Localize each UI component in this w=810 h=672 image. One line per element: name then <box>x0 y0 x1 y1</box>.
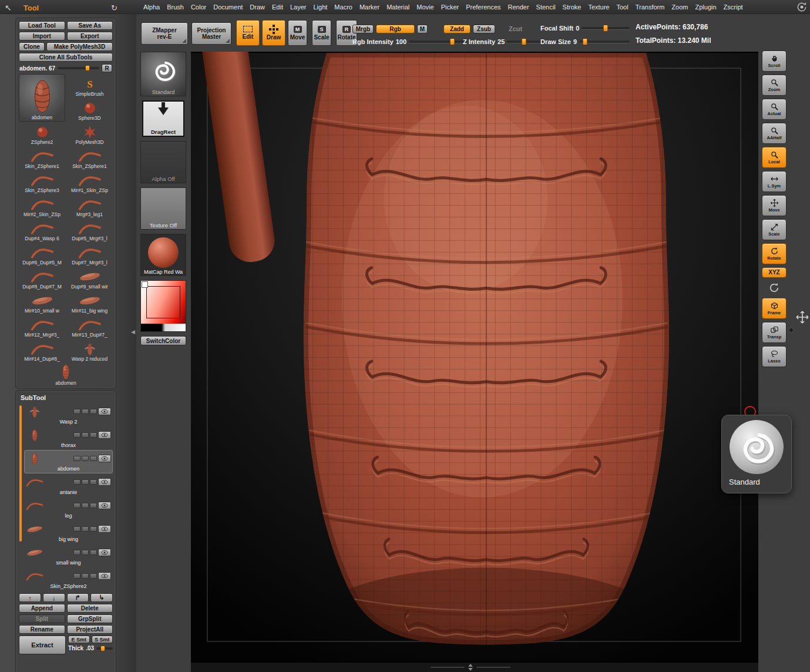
tool-thumbnail[interactable]: PolyMesh3D <box>66 122 113 146</box>
right-shelf-button[interactable] <box>762 281 787 295</box>
active-tool-handle[interactable] <box>85 65 90 71</box>
clone-all-subtools-button[interactable]: Clone All SubTools <box>19 53 113 62</box>
eye-icon[interactable] <box>98 431 111 439</box>
subtool-mini-button[interactable] <box>82 432 89 438</box>
tool-thumbnail[interactable]: Wasp 2 reduced <box>66 339 113 362</box>
right-shelf-button[interactable]: Lasso <box>762 346 787 367</box>
subtool-mini-buttons[interactable] <box>73 479 97 485</box>
tool-thumbnail[interactable]: ZSphere2 <box>19 122 65 146</box>
split-button[interactable]: Split <box>19 614 65 623</box>
menu-item[interactable]: Transform <box>632 2 668 12</box>
subtool-mini-button[interactable] <box>82 409 89 414</box>
menu-item[interactable]: Draw <box>246 2 268 12</box>
menu-item[interactable]: Brush <box>163 2 187 12</box>
append-button[interactable]: Append <box>19 604 65 613</box>
right-shelf-button[interactable]: Scroll <box>762 51 787 72</box>
focal-shift-track[interactable] <box>582 27 630 29</box>
subtool-mini-button[interactable] <box>73 573 80 579</box>
zcut-button[interactable]: Zcut <box>509 25 522 32</box>
tool-thumbnail[interactable]: Dup#7_Mrg#3_l <box>66 243 113 266</box>
subtool-mini-buttons[interactable] <box>73 432 97 438</box>
thick-track[interactable] <box>96 647 113 650</box>
subtool-item[interactable]: thorax <box>24 426 113 450</box>
eye-icon[interactable] <box>98 572 111 580</box>
subtool-item[interactable]: antanie <box>24 473 113 497</box>
menu-item[interactable]: Tool <box>613 2 631 12</box>
save-as-button[interactable]: Save As <box>67 21 113 30</box>
tool-thumbnail[interactable]: Mir#14_Dup#8_ <box>19 339 65 362</box>
tool-thumbnail[interactable]: Sphere3D <box>66 98 113 122</box>
subtool-mini-buttons[interactable] <box>73 503 97 508</box>
subtool-mini-buttons[interactable] <box>73 409 97 414</box>
menu-item[interactable]: Color <box>187 2 210 12</box>
projection-master-button[interactable]: Projection Master <box>191 22 231 45</box>
subtool-mini-buttons[interactable] <box>73 456 97 461</box>
eye-icon[interactable] <box>98 408 111 415</box>
right-shelf-button[interactable]: Zoom <box>762 75 787 96</box>
menu-item[interactable]: Stencil <box>533 2 559 12</box>
move-down-button[interactable]: ↓ <box>43 593 65 602</box>
right-shelf-button[interactable]: Local <box>762 147 787 168</box>
tool-thumbnail[interactable]: Mir#2_Skin_ZSp <box>19 194 65 218</box>
subtool-mini-button[interactable] <box>73 432 80 438</box>
draw-button[interactable]: Draw <box>262 20 285 46</box>
menu-item[interactable]: Macro <box>331 2 356 12</box>
menu-item[interactable]: Preferences <box>462 2 504 12</box>
subtool-scroll-indicator[interactable] <box>19 405 22 542</box>
dock-move-gizmo-icon[interactable] <box>795 310 809 324</box>
subtool-mini-buttons[interactable] <box>73 526 97 532</box>
draw-size-slider[interactable]: Draw Size 9 <box>540 37 630 46</box>
subtool-mini-button[interactable] <box>90 409 97 414</box>
current-stroke-widget[interactable]: DragRect <box>142 100 184 137</box>
subtool-mini-button[interactable] <box>90 456 97 461</box>
dock-handle-icon[interactable] <box>788 327 794 333</box>
menu-item[interactable]: Zoom <box>668 2 691 12</box>
current-brush-widget[interactable]: Standard <box>140 52 186 96</box>
subtool-item[interactable]: abdomen <box>24 450 113 473</box>
subtool-mini-button[interactable] <box>82 479 89 485</box>
subtool-mini-button[interactable] <box>90 550 97 555</box>
thick-handle[interactable] <box>100 646 105 651</box>
menu-item[interactable]: Material <box>383 2 413 12</box>
subtool-mini-buttons[interactable] <box>73 550 97 555</box>
subtool-mini-button[interactable] <box>82 526 89 532</box>
subtool-mini-button[interactable] <box>82 456 89 461</box>
subtool-mini-button[interactable] <box>90 479 97 485</box>
right-shelf-button[interactable]: L.Sym <box>762 171 787 192</box>
rgb-button[interactable]: Rgb <box>376 25 415 33</box>
focal-shift-slider[interactable]: Focal Shift 0 <box>540 23 630 32</box>
make-polymesh3d-button[interactable]: Make PolyMesh3D <box>46 42 113 51</box>
subtool-item[interactable]: small wing <box>24 544 113 567</box>
subtool-mini-button[interactable] <box>90 503 97 508</box>
menu-item[interactable]: Layer <box>287 2 310 12</box>
subtool-mini-button[interactable] <box>90 573 97 579</box>
rgb-intensity-handle[interactable] <box>450 38 455 45</box>
projectall-button[interactable]: ProjectAll <box>67 625 113 634</box>
subtool-mini-button[interactable] <box>90 432 97 438</box>
zadd-button[interactable]: Zadd <box>443 25 470 33</box>
menu-item[interactable]: Texture <box>584 2 613 12</box>
insert-below-button[interactable]: ↳ <box>90 593 113 602</box>
right-shelf-button[interactable]: XYZ <box>762 267 787 278</box>
panel-collapse-arrow-icon[interactable]: ◀ <box>131 329 135 335</box>
move-up-button[interactable]: ↑ <box>19 593 41 602</box>
menu-item[interactable]: Picker <box>438 2 463 12</box>
subtool-item[interactable]: big wing <box>24 520 113 544</box>
subtool-mini-button[interactable] <box>73 409 80 414</box>
tool-thumbnail[interactable]: Mir#10_small w <box>19 291 65 314</box>
menu-item[interactable]: Edit <box>268 2 287 12</box>
e-smt-button[interactable]: E Smt <box>68 636 90 643</box>
color-picker-saturation-area[interactable] <box>146 286 180 318</box>
subtool-mini-button[interactable] <box>73 503 80 508</box>
eye-icon[interactable] <box>98 549 111 556</box>
tool-thumbnail[interactable]: Mir#12_Mrg#3_ <box>19 315 65 338</box>
tool-thumbnail[interactable]: Dup#9_small wir <box>66 267 113 290</box>
zmapper-button[interactable]: ZMapper rev-E <box>141 22 188 45</box>
canvas-scrollbar[interactable] <box>431 661 510 672</box>
tool-thumbnail[interactable]: Mir#1_Skin_ZSp <box>66 170 113 194</box>
eye-icon[interactable] <box>98 455 111 462</box>
subtool-mini-button[interactable] <box>82 573 89 579</box>
tool-thumbnail[interactable]: abdomen <box>19 363 113 387</box>
subtool-item[interactable]: leg <box>24 497 113 520</box>
extract-button[interactable]: Extract <box>19 636 66 654</box>
